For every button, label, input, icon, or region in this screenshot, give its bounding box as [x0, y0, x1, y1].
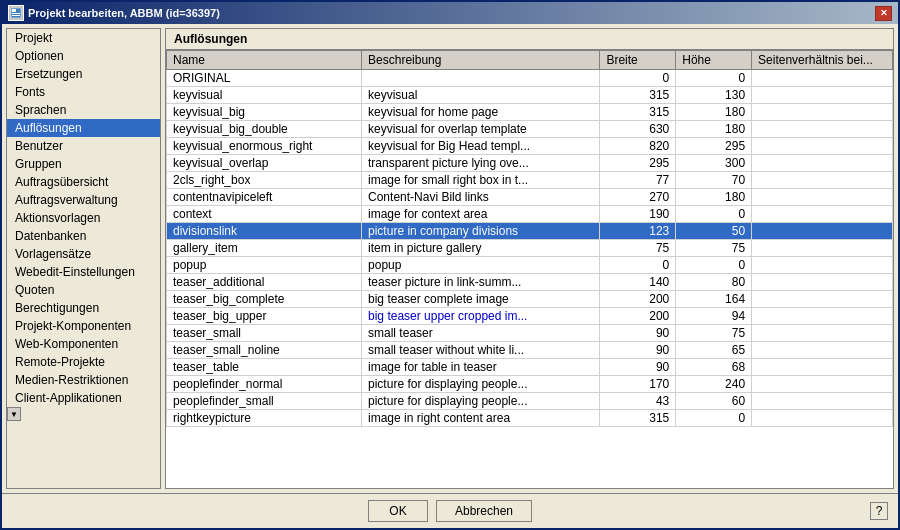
table-row[interactable]: gallery_itemitem in picture gallery7575 [167, 240, 893, 257]
cell-name: teaser_big_upper [167, 308, 362, 325]
cell-breite: 43 [600, 393, 676, 410]
table-container[interactable]: Name Beschreibung Breite Höhe Seitenverh… [166, 50, 893, 488]
table-row[interactable]: peoplefinder_normalpicture for displayin… [167, 376, 893, 393]
cell-seitenverh [752, 104, 893, 121]
col-header-breite[interactable]: Breite [600, 51, 676, 70]
sidebar-item-webedit-einstellungen[interactable]: Webedit-Einstellungen [7, 263, 160, 281]
cell-seitenverh [752, 70, 893, 87]
cell-hoehe: 180 [676, 189, 752, 206]
sidebar-item-projekt-komponenten[interactable]: Projekt-Komponenten [7, 317, 160, 335]
table-row[interactable]: contentnavipiceleftContent-Navi Bild lin… [167, 189, 893, 206]
cell-seitenverh [752, 393, 893, 410]
cell-beschreibung: small teaser [362, 325, 600, 342]
cell-beschreibung: transparent picture lying ove... [362, 155, 600, 172]
cell-hoehe: 80 [676, 274, 752, 291]
cell-seitenverh [752, 206, 893, 223]
cell-name: keyvisual [167, 87, 362, 104]
svg-rect-1 [12, 9, 16, 12]
cell-beschreibung: image for context area [362, 206, 600, 223]
cell-hoehe: 180 [676, 121, 752, 138]
sidebar-item-projekt[interactable]: Projekt [7, 29, 160, 47]
help-button[interactable]: ? [870, 502, 888, 520]
sidebar-item-aufloesungen[interactable]: Auflösungen [7, 119, 160, 137]
cell-seitenverh [752, 325, 893, 342]
table-row[interactable]: keyvisual_big_doublekeyvisual for overla… [167, 121, 893, 138]
sidebar-item-quoten[interactable]: Quoten [7, 281, 160, 299]
cell-breite: 0 [600, 70, 676, 87]
window-icon [8, 5, 24, 21]
table-row[interactable]: keyvisual_overlaptransparent picture lyi… [167, 155, 893, 172]
sidebar-item-berechtigungen[interactable]: Berechtigungen [7, 299, 160, 317]
table-row[interactable]: 2cls_right_boximage for small right box … [167, 172, 893, 189]
sidebar-item-optionen[interactable]: Optionen [7, 47, 160, 65]
cell-breite: 200 [600, 291, 676, 308]
sidebar-list: ProjektOptionenErsetzungenFontsSprachenA… [7, 29, 160, 407]
cell-hoehe: 240 [676, 376, 752, 393]
table-row[interactable]: teaser_additionalteaser picture in link-… [167, 274, 893, 291]
cell-name: divisionslink [167, 223, 362, 240]
sidebar-item-ersetzungen[interactable]: Ersetzungen [7, 65, 160, 83]
cell-seitenverh [752, 172, 893, 189]
table-row[interactable]: rightkeypictureimage in right content ar… [167, 410, 893, 427]
scroll-down-arrow[interactable]: ▼ [7, 407, 21, 421]
sidebar-item-client-applikationen[interactable]: Client-Applikationen [7, 389, 160, 407]
cell-name: gallery_item [167, 240, 362, 257]
cell-seitenverh [752, 342, 893, 359]
sidebar-item-gruppen[interactable]: Gruppen [7, 155, 160, 173]
table-row[interactable]: teaser_tableimage for table in teaser906… [167, 359, 893, 376]
sidebar-item-benutzer[interactable]: Benutzer [7, 137, 160, 155]
col-header-seitenverh[interactable]: Seitenverhältnis bei... [752, 51, 893, 70]
cell-beschreibung: keyvisual for Big Head templ... [362, 138, 600, 155]
sidebar-item-auftragsverwaltung[interactable]: Auftragsverwaltung [7, 191, 160, 209]
col-header-beschreibung[interactable]: Beschreibung [362, 51, 600, 70]
sidebar-item-vorlagensaetze[interactable]: Vorlagensätze [7, 245, 160, 263]
cell-name: teaser_small [167, 325, 362, 342]
table-row[interactable]: peoplefinder_smallpicture for displaying… [167, 393, 893, 410]
cell-name: ORIGINAL [167, 70, 362, 87]
cell-breite: 200 [600, 308, 676, 325]
sidebar-item-medien-restriktionen[interactable]: Medien-Restriktionen [7, 371, 160, 389]
cell-breite: 77 [600, 172, 676, 189]
table-row[interactable]: teaser_small_nolinesmall teaser without … [167, 342, 893, 359]
table-row[interactable]: keyvisualkeyvisual315130 [167, 87, 893, 104]
cell-breite: 820 [600, 138, 676, 155]
table-row[interactable]: teaser_smallsmall teaser9075 [167, 325, 893, 342]
cell-breite: 75 [600, 240, 676, 257]
sidebar-item-aktionsvorlagen[interactable]: Aktionsvorlagen [7, 209, 160, 227]
sidebar-item-datenbanken[interactable]: Datenbanken [7, 227, 160, 245]
cell-beschreibung: keyvisual for home page [362, 104, 600, 121]
table-row[interactable]: ORIGINAL00 [167, 70, 893, 87]
cell-hoehe: 70 [676, 172, 752, 189]
table-row[interactable]: keyvisual_bigkeyvisual for home page3151… [167, 104, 893, 121]
sidebar-item-sprachen[interactable]: Sprachen [7, 101, 160, 119]
col-header-hoehe[interactable]: Höhe [676, 51, 752, 70]
cell-beschreibung: picture in company divisions [362, 223, 600, 240]
cell-hoehe: 75 [676, 325, 752, 342]
table-row[interactable]: keyvisual_enormous_rightkeyvisual for Bi… [167, 138, 893, 155]
col-header-name[interactable]: Name [167, 51, 362, 70]
cell-beschreibung: small teaser without white li... [362, 342, 600, 359]
cell-beschreibung: big teaser complete image [362, 291, 600, 308]
cell-beschreibung: big teaser upper cropped im... [362, 308, 600, 325]
cell-seitenverh [752, 376, 893, 393]
table-row[interactable]: contextimage for context area1900 [167, 206, 893, 223]
cell-beschreibung: picture for displaying people... [362, 393, 600, 410]
cell-hoehe: 180 [676, 104, 752, 121]
sidebar-item-remote-projekte[interactable]: Remote-Projekte [7, 353, 160, 371]
table-row[interactable]: popuppopup00 [167, 257, 893, 274]
table-header-row: Name Beschreibung Breite Höhe Seitenverh… [167, 51, 893, 70]
cell-breite: 170 [600, 376, 676, 393]
cell-beschreibung: keyvisual [362, 87, 600, 104]
close-button[interactable]: ✕ [875, 6, 892, 21]
sidebar-item-web-komponenten[interactable]: Web-Komponenten [7, 335, 160, 353]
table-row[interactable]: divisionslinkpicture in company division… [167, 223, 893, 240]
sidebar-item-fonts[interactable]: Fonts [7, 83, 160, 101]
cell-name: keyvisual_enormous_right [167, 138, 362, 155]
table-row[interactable]: teaser_big_completebig teaser complete i… [167, 291, 893, 308]
ok-button[interactable]: OK [368, 500, 428, 522]
table-row[interactable]: teaser_big_upperbig teaser upper cropped… [167, 308, 893, 325]
cancel-button[interactable]: Abbrechen [436, 500, 532, 522]
sidebar: ProjektOptionenErsetzungenFontsSprachenA… [6, 28, 161, 489]
resolutions-table: Name Beschreibung Breite Höhe Seitenverh… [166, 50, 893, 427]
sidebar-item-auftragsübersicht[interactable]: Auftragsübersicht [7, 173, 160, 191]
